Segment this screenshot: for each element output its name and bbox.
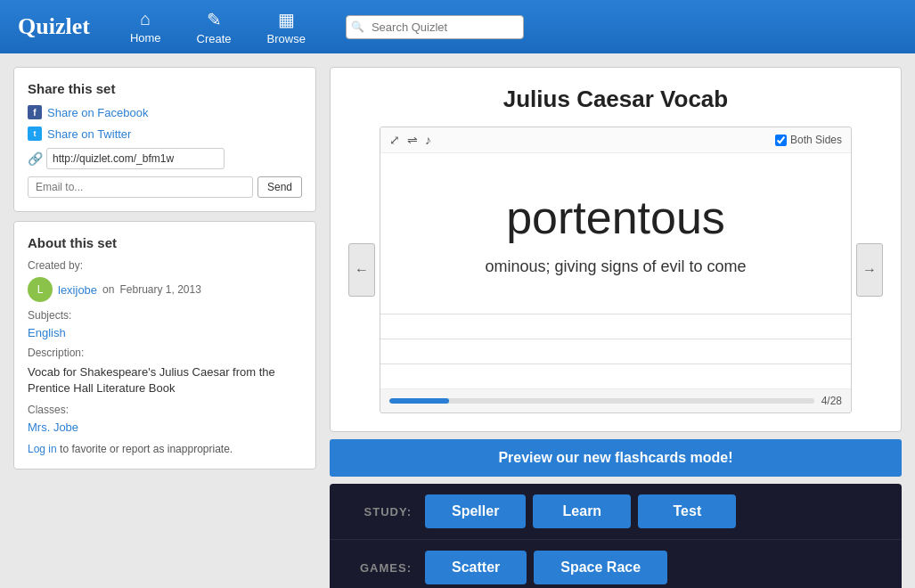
created-by-label: Created by:	[28, 259, 302, 272]
games-label: GAMES:	[340, 561, 412, 575]
email-input[interactable]	[28, 176, 253, 198]
creation-date: February 1, 2013	[119, 283, 200, 296]
user-row: L lexijobe on February 1, 2013	[28, 277, 302, 302]
nav-create-label: Create	[197, 32, 232, 45]
sidebar: Share this set f Share on Facebook t Sha…	[13, 67, 316, 588]
expand-icon[interactable]: ⤢	[389, 133, 400, 147]
main-panel: Julius Caesar Vocab ← ⤢ ⇌ ♪ Both Sides	[330, 67, 902, 588]
description-label: Description:	[28, 347, 302, 359]
toolbar-left: ⤢ ⇌ ♪	[389, 133, 431, 147]
url-input[interactable]	[46, 148, 225, 169]
nav-browse-label: Browse	[267, 32, 306, 45]
subject-link[interactable]: English	[28, 326, 66, 339]
both-sides-label: Both Sides	[790, 134, 842, 146]
both-sides-row: Both Sides	[775, 134, 842, 146]
learn-button[interactable]: Learn	[533, 494, 631, 528]
main-nav: ⌂ Home ✎ Create ▦ Browse	[117, 4, 319, 50]
space-race-button[interactable]: Space Race	[534, 551, 667, 584]
main-content: Share this set f Share on Facebook t Sha…	[0, 53, 915, 588]
home-icon: ⌂	[140, 9, 151, 29]
link-icon: 🔗	[28, 151, 43, 166]
share-card: Share this set f Share on Facebook t Sha…	[13, 67, 316, 212]
study-buttons: Speller Learn Test	[425, 494, 736, 528]
progress-bar-container: 4/28	[380, 388, 851, 412]
progress-label: 4/28	[821, 395, 842, 407]
send-button[interactable]: Send	[257, 176, 302, 198]
both-sides-checkbox[interactable]	[775, 135, 787, 146]
preview-banner[interactable]: Preview our new flashcards mode!	[330, 439, 902, 477]
about-card: About this set Created by: L lexijobe on…	[13, 221, 316, 470]
games-buttons: Scatter Space Race	[425, 551, 667, 584]
progress-track	[389, 398, 814, 404]
search-wrapper	[346, 15, 524, 39]
card-body[interactable]: portentous ominous; giving signs of evil…	[380, 153, 851, 314]
card-container: ← ⤢ ⇌ ♪ Both Sides po	[348, 127, 883, 413]
nav-browse[interactable]: ▦ Browse	[254, 4, 319, 50]
next-card-button[interactable]: →	[856, 243, 883, 297]
card-word: portentous	[506, 191, 725, 244]
flashcard-area: Julius Caesar Vocab ← ⤢ ⇌ ♪ Both Sides	[330, 67, 902, 432]
study-label: STUDY:	[340, 505, 412, 519]
log-in-link[interactable]: Log in	[28, 443, 57, 455]
card-toolbar: ⤢ ⇌ ♪ Both Sides	[380, 127, 851, 153]
browse-icon: ▦	[278, 9, 295, 30]
share-title: Share this set	[28, 81, 302, 96]
audio-icon[interactable]: ♪	[425, 133, 431, 147]
games-row: GAMES: Scatter Space Race	[330, 540, 902, 588]
nav-create[interactable]: ✎ Create	[184, 4, 245, 50]
twitter-icon: t	[28, 127, 42, 141]
card-inner: ⤢ ⇌ ♪ Both Sides portentous ominous; giv…	[380, 127, 852, 413]
scatter-button[interactable]: Scatter	[425, 551, 527, 584]
about-title: About this set	[28, 235, 302, 250]
create-icon: ✎	[207, 9, 222, 30]
speller-button[interactable]: Speller	[425, 494, 526, 528]
study-section: STUDY: Speller Learn Test GAMES: Scatter…	[330, 484, 902, 588]
search-input[interactable]	[346, 15, 524, 39]
card-line-2	[380, 339, 851, 363]
description-text: Vocab for Shakespeare's Julius Caesar fr…	[28, 364, 302, 396]
logo[interactable]: Quizlet	[18, 13, 90, 40]
email-row: Send	[28, 176, 302, 198]
nav-home[interactable]: ⌂ Home	[117, 4, 175, 49]
share-twitter-link[interactable]: t Share on Twitter	[28, 127, 302, 141]
author-link[interactable]: lexijobe	[58, 283, 97, 297]
subjects-label: Subjects:	[28, 309, 302, 322]
avatar: L	[28, 277, 53, 302]
prev-card-button[interactable]: ←	[348, 243, 375, 297]
study-row: STUDY: Speller Learn Test	[330, 484, 902, 540]
header: Quizlet ⌂ Home ✎ Create ▦ Browse	[0, 0, 915, 53]
log-in-suffix: to favorite or report as inappropriate.	[60, 443, 233, 455]
card-definition: ominous; giving signs of evil to come	[485, 257, 746, 276]
url-field: 🔗	[28, 148, 302, 169]
nav-home-label: Home	[130, 31, 161, 45]
share-facebook-label: Share on Facebook	[47, 106, 148, 119]
progress-fill	[389, 398, 449, 404]
shuffle-icon[interactable]: ⇌	[407, 133, 418, 147]
facebook-icon: f	[28, 105, 42, 119]
classes-link[interactable]: Mrs. Jobe	[28, 421, 78, 434]
share-twitter-label: Share on Twitter	[47, 127, 131, 141]
set-title: Julius Caesar Vocab	[348, 86, 883, 113]
card-line-3	[380, 363, 851, 388]
card-lines	[380, 314, 851, 388]
share-facebook-link[interactable]: f Share on Facebook	[28, 105, 302, 119]
log-in-text: Log in to favorite or report as inapprop…	[28, 443, 302, 455]
card-line-1	[380, 314, 851, 339]
on-label: on	[102, 283, 114, 296]
test-button[interactable]: Test	[638, 494, 736, 528]
classes-label: Classes:	[28, 404, 302, 416]
